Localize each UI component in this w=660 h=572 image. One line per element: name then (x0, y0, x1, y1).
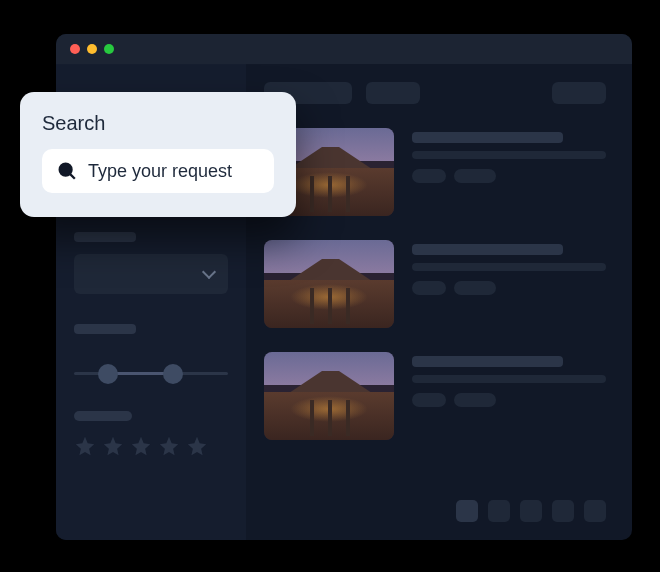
slider-handle-min[interactable] (98, 364, 118, 384)
listing-title-placeholder (412, 132, 563, 143)
listing-thumbnail (264, 240, 394, 328)
maximize-window-dot[interactable] (104, 44, 114, 54)
listing-row[interactable] (264, 352, 606, 440)
results-panel (246, 64, 632, 540)
listing-info (412, 240, 606, 328)
star-icon (158, 435, 180, 457)
listing-info (412, 128, 606, 216)
topbar-control-3[interactable] (552, 82, 606, 104)
listing-info (412, 352, 606, 440)
listing-tag-placeholder (454, 169, 496, 183)
filter-label-placeholder (74, 232, 136, 242)
page-button[interactable] (488, 500, 510, 522)
rating-filter[interactable] (74, 435, 228, 457)
listing-tag-placeholder (412, 393, 446, 407)
search-placeholder-text: Type your request (88, 161, 232, 182)
search-title: Search (42, 112, 274, 135)
listing-title-placeholder (412, 244, 563, 255)
listing-tag-placeholder (454, 281, 496, 295)
price-range-slider[interactable] (74, 372, 228, 375)
search-input[interactable]: Type your request (42, 149, 274, 193)
listing-title-placeholder (412, 356, 563, 367)
results-topbar (264, 82, 606, 104)
listing-row[interactable] (264, 128, 606, 216)
page-button[interactable] (520, 500, 542, 522)
star-icon (186, 435, 208, 457)
window-titlebar (56, 34, 632, 64)
slider-handle-max[interactable] (163, 364, 183, 384)
page-button[interactable] (552, 500, 574, 522)
star-icon (130, 435, 152, 457)
minimize-window-dot[interactable] (87, 44, 97, 54)
svg-line-1 (70, 174, 75, 179)
star-icon (102, 435, 124, 457)
listing-tag-placeholder (454, 393, 496, 407)
slider-label-placeholder (74, 324, 136, 334)
filter-select[interactable] (74, 254, 228, 294)
page-button[interactable] (456, 500, 478, 522)
listing-subtitle-placeholder (412, 375, 606, 383)
listing-subtitle-placeholder (412, 151, 606, 159)
listing-row[interactable] (264, 240, 606, 328)
page-button[interactable] (584, 500, 606, 522)
star-icon (74, 435, 96, 457)
close-window-dot[interactable] (70, 44, 80, 54)
rating-label-placeholder (74, 411, 132, 421)
topbar-control-2[interactable] (366, 82, 420, 104)
listing-tag-placeholder (412, 281, 446, 295)
listing-thumbnail (264, 352, 394, 440)
svg-point-0 (60, 164, 72, 176)
search-icon (56, 160, 78, 182)
chevron-down-icon (202, 265, 216, 279)
listing-tag-placeholder (412, 169, 446, 183)
listing-subtitle-placeholder (412, 263, 606, 271)
pagination (264, 500, 606, 522)
search-popover: Search Type your request (20, 92, 296, 217)
